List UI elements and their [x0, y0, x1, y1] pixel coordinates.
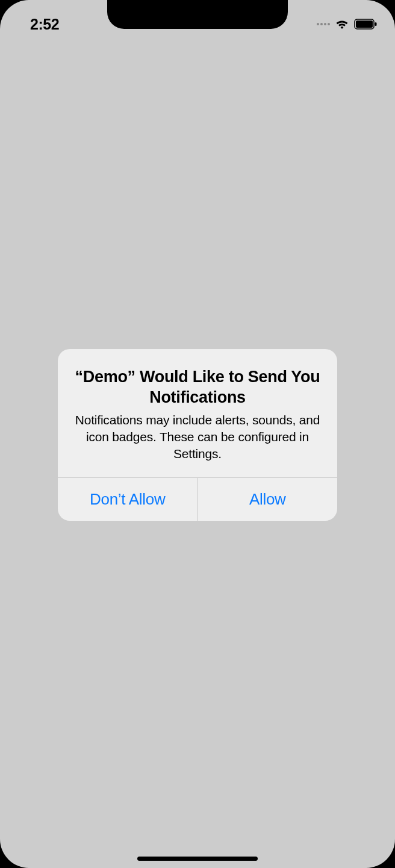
- status-right-icons: [317, 18, 378, 30]
- wifi-icon: [335, 18, 349, 30]
- allow-button[interactable]: Allow: [198, 478, 338, 521]
- battery-icon: [354, 18, 378, 30]
- device-screen: 2:52 “Demo”: [0, 0, 395, 868]
- svg-rect-1: [356, 20, 373, 28]
- alert-title: “Demo” Would Like to Send You Notificati…: [72, 367, 323, 408]
- dont-allow-button[interactable]: Don’t Allow: [58, 478, 198, 521]
- status-time: 2:52: [30, 16, 59, 33]
- home-indicator[interactable]: [137, 857, 258, 861]
- svg-rect-2: [375, 22, 377, 26]
- alert-message: Notifications may include alerts, sounds…: [72, 412, 323, 463]
- notification-permission-alert: “Demo” Would Like to Send You Notificati…: [58, 349, 337, 521]
- device-notch: [107, 0, 288, 29]
- alert-buttons-row: Don’t Allow Allow: [58, 477, 337, 521]
- alert-content: “Demo” Would Like to Send You Notificati…: [58, 349, 337, 477]
- signal-dots-icon: [317, 23, 330, 25]
